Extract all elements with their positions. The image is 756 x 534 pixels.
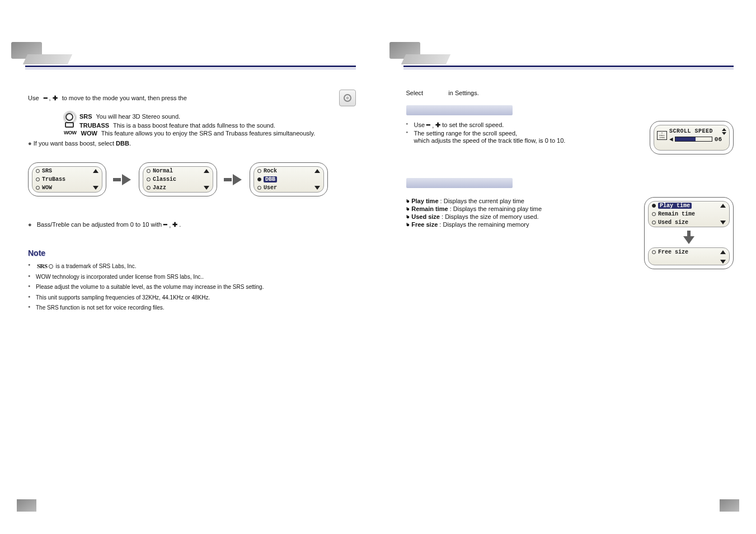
arrow-right-icon: [113, 174, 132, 185]
lcd-item: Jazz: [153, 185, 166, 191]
scroll-line: Use ━,✚ to set the scroll speed.: [406, 121, 633, 129]
display-item: ● Used size : Displays the size of memor…: [406, 213, 628, 221]
down-icon: [720, 260, 726, 264]
instruction-line: Use ━,✚ to move to the mode you want, th…: [28, 90, 356, 106]
note-item: WOW technology is incorporated under lic…: [28, 272, 356, 283]
lcd-item: Rock: [264, 168, 277, 174]
text: Displays the remaining memory: [443, 221, 529, 228]
display-item: ● Remain time : Displays the remaining p…: [406, 205, 628, 213]
section-banner-scroll: Scroll Speed: [406, 105, 513, 115]
lcd-item: Normal: [153, 168, 173, 174]
feature-desc: You will hear 3D Stereo sound.: [96, 113, 180, 120]
page-header-ornament: [378, 42, 734, 76]
wow-icon: WOW: [64, 130, 77, 135]
page-number-chip: [17, 499, 36, 512]
display-section: ● Play time : Displays the current play …: [406, 197, 734, 269]
lcd-item-selected: Play time: [658, 203, 692, 209]
dbb-keyword: DBB: [116, 140, 129, 147]
lcd-item-selected: DBB: [264, 176, 277, 182]
text: Bass/Treble can be adjusted from 0 to 10…: [37, 221, 162, 228]
up-icon: [314, 169, 320, 173]
page-number-chip: [720, 499, 739, 512]
display-item: ● Play time : Displays the current play …: [406, 197, 628, 205]
up-icon: [720, 204, 726, 208]
srs-trademark-icon: SRS: [36, 262, 54, 271]
arrow-right-icon: [224, 174, 243, 185]
up-icon: [204, 169, 209, 173]
lcd-item: SRS: [42, 168, 52, 174]
text: Select: [406, 90, 424, 96]
feature-trubass: TRUBASS This is a bass boost feature tha…: [64, 122, 356, 129]
feature-desc: This is a bass boost feature that adds f…: [113, 122, 275, 129]
lcd-panel-1: SRS TruBass WOW: [28, 162, 106, 196]
text: Displays the size of memory used.: [445, 213, 539, 220]
display-lcd: Play time Remain time Used size Free siz…: [644, 197, 734, 269]
note-list: SRS is a trademark of SRS Labs, Inc. WOW…: [28, 261, 356, 313]
feature-srs: SRS You will hear 3D Stereo sound.: [64, 113, 356, 121]
lcd-item: User: [264, 185, 277, 191]
dbb-hint: ● If you want bass boost, select DBB.: [28, 140, 356, 147]
intro-line: Select Display in Settings.: [406, 90, 734, 96]
feature-wow: WOW WOW This feature allows you to enjoy…: [64, 130, 356, 137]
text: Use: [414, 121, 425, 128]
section-banner-display: Display Information: [406, 178, 513, 188]
lcd-panel-2: Normal Classic Jazz: [139, 162, 217, 196]
text: Use: [28, 93, 39, 103]
up-down-icon: [722, 128, 726, 135]
scroll-speed-lcd: ━SCROLLSPEED SCROLL SPEED ◀ 06: [650, 121, 734, 154]
minus-plus-icon: ━,✚: [163, 221, 177, 228]
note-heading: Note: [28, 249, 356, 257]
lcd-title: SCROLL SPEED: [669, 128, 722, 134]
jog-button-icon: [339, 90, 356, 106]
scroll-speed-section: Use ━,✚ to set the scroll speed. The set…: [406, 121, 734, 154]
scroll-line: The setting range for the scroll speed,: [406, 129, 633, 137]
down-icon: [93, 186, 98, 190]
text: Displays the remaining play time: [453, 205, 542, 212]
arrow-down-icon: [648, 231, 730, 244]
feature-name: TRUBASS: [79, 122, 109, 129]
down-icon: [314, 186, 320, 190]
down-icon: [720, 221, 726, 224]
feature-name: SRS: [79, 113, 92, 120]
note-item: The SRS function is not set for voice re…: [28, 303, 356, 313]
text: to set the scroll speed.: [442, 121, 504, 128]
lcd-item: Remain time: [658, 211, 695, 217]
note-item: Please adjust the volume to a suitable l…: [28, 282, 356, 293]
feature-desc: This feature allows you to enjoy the SRS…: [101, 130, 316, 137]
text: .: [179, 221, 181, 228]
lcd-sequence: SRS TruBass WOW Normal Classic Jazz: [28, 162, 356, 196]
up-icon: [93, 169, 98, 173]
manual-right-page: Select Display in Settings. Scroll Speed…: [378, 0, 757, 534]
text: If you want bass boost, select: [34, 140, 114, 147]
scroll-progress-bar: [675, 137, 712, 142]
lcd-item: Classic: [153, 176, 176, 182]
manual-left-page: Use ━,✚ to move to the mode you want, th…: [0, 0, 378, 534]
display-item: ● Free size : Displays the remaining mem…: [406, 221, 628, 228]
page-header-ornament: [0, 42, 356, 76]
lcd-item: TruBass: [42, 176, 65, 182]
up-icon: [720, 250, 726, 254]
text: Displays the current play time: [444, 198, 524, 204]
down-icon: [204, 186, 209, 190]
bass-treble-note: ● Bass/Treble can be adjusted from 0 to …: [28, 221, 356, 228]
lcd-item: WOW: [42, 185, 52, 191]
lcd-item: Used size: [658, 219, 688, 226]
text: to move to the mode you want, then press…: [62, 93, 187, 103]
note-item: SRS is a trademark of SRS Labs, Inc.: [28, 261, 356, 272]
text: is a trademark of SRS Labs, Inc.: [55, 263, 136, 269]
scroll-chip-icon: ━SCROLLSPEED: [657, 131, 667, 140]
note-item: This unit supports sampling frequencies …: [28, 293, 356, 303]
srs-icon: [64, 113, 75, 121]
scroll-line-cont: which adjusts the speed of the track tit…: [406, 137, 633, 144]
lcd-item: Free size: [658, 249, 688, 255]
lcd-panel-3: Rock DBB User: [250, 162, 328, 196]
scroll-value: 06: [715, 136, 722, 143]
text: in Settings.: [448, 90, 478, 96]
minus-plus-icon: ━,✚: [44, 93, 58, 103]
minus-plus-icon: ━,✚: [426, 121, 440, 129]
feature-name: WOW: [81, 130, 97, 137]
